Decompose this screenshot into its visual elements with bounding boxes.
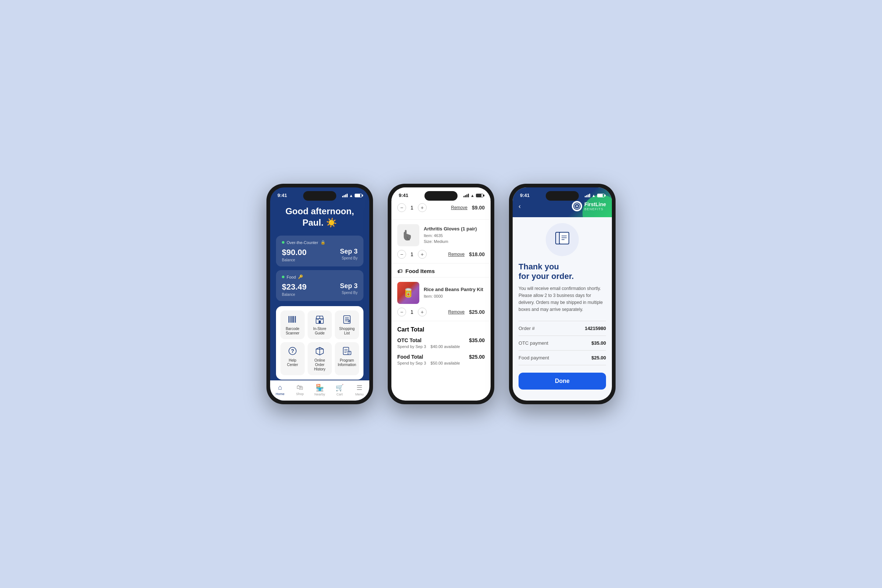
bottom-nav: ⌂ Home 🛍 Shop 🏪 Nearby 🛒 Cart ☰ Men: [270, 380, 369, 400]
greeting-section: Good afternoon,Paul. ☀️: [276, 200, 363, 236]
otc-balance-label: Balance: [282, 258, 306, 262]
gloves-detail: Arthritis Gloves (1 pair) Item: 4635 Siz…: [397, 224, 485, 246]
order-num-label: Order #: [519, 326, 535, 331]
nav-nearby[interactable]: 🏪 Nearby: [310, 384, 330, 396]
dynamic-island: [303, 191, 336, 201]
cart-item-first-partial: − 1 + Remove $9.00: [392, 200, 490, 220]
cart-total-title: Cart Total: [397, 326, 485, 333]
logo-brand: FirstLine: [584, 201, 606, 207]
otc-balance-card[interactable]: Over-the-Counter 🔒 $90.00 Balance Sep 3 …: [276, 236, 363, 266]
remove-food[interactable]: Remove: [448, 309, 465, 315]
wifi-icon: ▲: [349, 193, 353, 198]
food-item-name: Rice and Beans Pantry Kit: [424, 286, 485, 292]
dynamic-island-3: [546, 191, 579, 201]
signal-icon-3: [585, 194, 590, 197]
gloves-info: Arthritis Gloves (1 pair) Item: 4635 Siz…: [424, 226, 485, 245]
food-section-header: 🏷 Food Items: [392, 264, 490, 278]
cart-item-gloves: Arthritis Gloves (1 pair) Item: 4635 Siz…: [392, 220, 490, 264]
qty-increase-food[interactable]: +: [418, 308, 427, 316]
qty-increase-gloves[interactable]: +: [418, 250, 427, 259]
signal-icon: [342, 194, 348, 197]
wifi-icon-2: ▲: [470, 193, 474, 198]
nav-cart-label: Cart: [336, 393, 342, 396]
cart-icon: 🛒: [336, 384, 344, 392]
wifi-icon-3: ▲: [592, 193, 596, 198]
order-icon-wrap: [519, 223, 606, 256]
help-center-label: HelpCenter: [287, 358, 298, 367]
otc-spend-by-label: Spend By: [340, 256, 358, 260]
nav-nearby-label: Nearby: [314, 393, 325, 396]
order-icon-circle: [546, 223, 579, 256]
otc-lock-icon: 🔒: [321, 240, 326, 245]
otc-spend-by-val: Sep 3: [340, 248, 358, 255]
otc-card-body: $90.00 Balance Sep 3 Spend By: [282, 248, 358, 262]
thank-you-title: Thank youfor your order.: [519, 262, 606, 282]
phone-home: 9:41 ▲ Good afternoon,: [266, 184, 373, 404]
logo-circle: [572, 201, 582, 212]
otc-payment-row: OTC payment $35.00: [519, 336, 606, 351]
nav-home[interactable]: ⌂ Home: [270, 384, 290, 396]
greeting-text: Good afternoon,Paul. ☀️: [276, 206, 363, 228]
food-payment-row: Food payment $25.00: [519, 351, 606, 365]
food-price: $25.00: [469, 309, 485, 315]
logo-area: FirstLine BENEFITS: [572, 201, 606, 212]
qty-increase-0[interactable]: +: [418, 203, 427, 212]
svg-rect-0: [288, 316, 289, 322]
order-num-row: Order # 14215980: [519, 321, 606, 336]
order-details: Order # 14215980 OTC payment $35.00 Food…: [519, 321, 606, 365]
done-button[interactable]: Done: [519, 373, 606, 390]
remove-link-0[interactable]: Remove: [451, 205, 468, 210]
home-indicator-2: [423, 400, 459, 402]
gloves-price: $18.00: [469, 251, 485, 257]
home-content: Good afternoon,Paul. ☀️ Over-the-Counter…: [270, 200, 369, 380]
food-key-icon: 🔑: [298, 274, 303, 279]
food-date: Sep 3 Spend By: [340, 282, 358, 295]
home-indicator-1: [302, 400, 338, 402]
food-balance: $23.49: [282, 282, 306, 292]
otc-balance: $90.00: [282, 248, 306, 257]
item-price-0: $9.00: [472, 205, 485, 211]
nav-shop[interactable]: 🛍 Shop: [290, 384, 310, 396]
qty-decrease-food[interactable]: −: [397, 308, 406, 316]
svg-rect-1: [290, 316, 290, 322]
svg-rect-8: [319, 321, 321, 323]
program-info-button[interactable]: ProgramInformation: [335, 342, 359, 375]
signal-icon-2: [464, 194, 469, 197]
order-history-label: Online OrderHistory: [310, 358, 330, 372]
otc-card-header: Over-the-Counter 🔒: [282, 240, 358, 245]
otc-total-sub: Spend by Sep 3 $40.00 available: [397, 344, 485, 349]
shopping-list-button[interactable]: ShoppingList: [335, 310, 359, 339]
otc-payment-label: OTC payment: [519, 340, 548, 346]
qty-val-0: 1: [411, 205, 413, 211]
barcode-scanner-button[interactable]: BarcodeScanner: [280, 310, 304, 339]
qty-decrease-gloves[interactable]: −: [397, 250, 406, 259]
nav-menu[interactable]: ☰ Menu: [350, 384, 369, 396]
box-icon: [314, 346, 326, 356]
back-button[interactable]: ‹: [519, 202, 521, 210]
phone-thankyou: 9:41 ▲ ‹: [509, 184, 616, 404]
help-center-button[interactable]: ? HelpCenter: [280, 342, 304, 375]
food-spend-by-val: Sep 3: [340, 282, 358, 290]
store-icon: [314, 314, 326, 324]
status-icons-2: ▲: [464, 193, 483, 198]
food-balance-card[interactable]: Food 🔑 $23.49 Balance Sep 3 Spend By: [276, 270, 363, 301]
svg-rect-29: [560, 232, 569, 244]
otc-available: $40.00 available: [431, 344, 460, 349]
instore-guide-button[interactable]: In-StoreGuide: [308, 310, 332, 339]
program-info-label: ProgramInformation: [338, 358, 356, 367]
nav-shop-label: Shop: [296, 392, 303, 396]
battery-icon: [355, 194, 362, 197]
phones-container: 9:41 ▲ Good afternoon,: [266, 184, 616, 404]
list-icon: [341, 314, 353, 324]
remove-gloves[interactable]: Remove: [448, 252, 465, 257]
gloves-name: Arthritis Gloves (1 pair): [424, 226, 485, 231]
qty-decrease-0[interactable]: −: [397, 203, 406, 212]
dynamic-island-2: [424, 191, 458, 201]
nav-cart[interactable]: 🛒 Cart: [330, 384, 350, 396]
time-2: 9:41: [399, 193, 408, 198]
order-history-button[interactable]: Online OrderHistory: [308, 342, 332, 375]
phone-cart: 9:41 ▲: [388, 184, 494, 404]
gloves-controls: − 1 + Remove $18.00: [397, 250, 485, 259]
menu-icon: ☰: [357, 384, 362, 392]
logo-sub: BENEFITS: [584, 207, 606, 211]
